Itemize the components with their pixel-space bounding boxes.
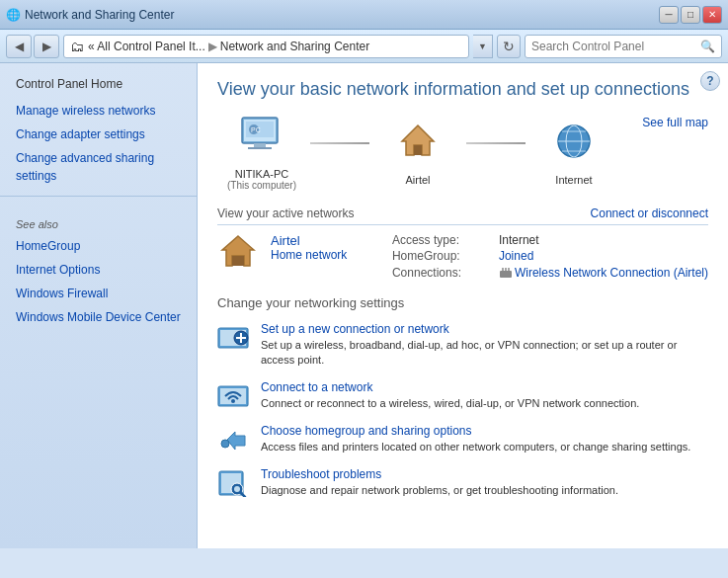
address-prefix: « All Control Panel It... xyxy=(88,40,205,53)
active-network-icon xyxy=(217,233,259,280)
setup-new-desc: Set up a wireless, broadband, dial-up, a… xyxy=(261,338,708,369)
internet-label: Internet xyxy=(555,174,592,186)
page-title: View your basic network information and … xyxy=(217,79,708,100)
connect-network-icon xyxy=(217,380,249,412)
access-type-value: Internet xyxy=(499,233,708,247)
svg-rect-15 xyxy=(232,256,244,266)
troubleshoot-icon xyxy=(217,467,249,499)
svg-line-33 xyxy=(241,493,245,497)
see-also-label: See also xyxy=(0,205,197,234)
address-bar: ◀ ▶ 🗂 « All Control Panel It... ▶ Networ… xyxy=(0,30,728,63)
refresh-button[interactable]: ↻ xyxy=(497,35,521,58)
sidebar: Control Panel Home Manage wireless netwo… xyxy=(0,63,198,548)
network-details: Access type: Internet HomeGroup: Joined … xyxy=(392,233,708,280)
troubleshoot-desc: Diagnose and repair network problems, or… xyxy=(261,483,618,498)
forward-button[interactable]: ▶ xyxy=(34,35,59,58)
sidebar-item-change-adapter[interactable]: Change adapter settings xyxy=(0,123,197,146)
nav-buttons: ◀ ▶ xyxy=(6,35,59,58)
svg-marker-28 xyxy=(227,432,245,450)
computer-node: PC NITIKA-PC (This computer) xyxy=(217,116,306,191)
sidebar-item-windows-mobile[interactable]: Windows Mobile Device Center xyxy=(0,305,197,329)
troubleshoot-content: Troubleshoot problems Diagnose and repai… xyxy=(261,467,618,499)
connect-network-item: Connect to a network Connect or reconnec… xyxy=(217,380,708,412)
connect-disconnect-link[interactable]: Connect or disconnect xyxy=(591,206,708,220)
maximize-button[interactable]: □ xyxy=(681,6,700,24)
sidebar-item-windows-firewall[interactable]: Windows Firewall xyxy=(0,282,197,305)
network-diagram: PC NITIKA-PC (This computer) Airtel xyxy=(217,116,708,191)
setup-new-icon xyxy=(217,322,249,354)
sidebar-item-change-advanced[interactable]: Change advanced sharing settings xyxy=(0,146,197,188)
close-button[interactable]: ✕ xyxy=(702,6,722,24)
computer-icon: PC xyxy=(238,116,285,164)
svg-rect-3 xyxy=(254,143,266,147)
internet-icon xyxy=(550,122,598,170)
sidebar-divider xyxy=(0,196,197,197)
svg-rect-8 xyxy=(414,145,422,155)
svg-point-27 xyxy=(231,399,235,403)
connections-value[interactable]: Wireless Network Connection (Airtel) xyxy=(499,266,708,280)
address-dropdown-button[interactable]: ▼ xyxy=(473,35,493,58)
router-label: Airtel xyxy=(405,174,430,186)
search-input[interactable] xyxy=(531,40,696,53)
network-name[interactable]: Airtel xyxy=(271,233,380,248)
homegroup-label: HomeGroup: xyxy=(392,249,491,263)
search-box[interactable]: 🔍 xyxy=(525,35,722,58)
homegroup-sharing-desc: Access files and printers located on oth… xyxy=(261,440,690,454)
search-icon: 🔍 xyxy=(700,40,715,53)
homegroup-sharing-title[interactable]: Choose homegroup and sharing options xyxy=(261,424,690,438)
address-separator: ▶ xyxy=(208,40,217,53)
setup-new-content: Set up a new connection or network Set u… xyxy=(261,322,708,369)
active-networks-title: View your active networks xyxy=(217,206,355,220)
svg-text:PC: PC xyxy=(251,126,261,133)
minimize-button[interactable]: ─ xyxy=(659,6,679,24)
back-button[interactable]: ◀ xyxy=(6,35,32,58)
access-type-label: Access type: xyxy=(392,233,491,247)
connect-network-content: Connect to a network Connect or reconnec… xyxy=(261,380,639,412)
sidebar-item-internet-options[interactable]: Internet Options xyxy=(0,258,197,282)
svg-rect-16 xyxy=(500,271,512,278)
svg-point-34 xyxy=(234,486,240,492)
connect-network-title[interactable]: Connect to a network xyxy=(261,380,639,394)
homegroup-sharing-content: Choose homegroup and sharing options Acc… xyxy=(261,424,690,455)
window-icon: 🌐 xyxy=(6,8,21,22)
svg-point-29 xyxy=(221,440,229,448)
connections-label: Connections: xyxy=(392,266,491,280)
title-bar: 🌐 Network and Sharing Center ─ □ ✕ xyxy=(0,0,728,30)
connect-network-desc: Connect or reconnect to a wireless, wire… xyxy=(261,396,639,411)
homegroup-sharing-icon xyxy=(217,424,249,455)
setup-new-connection: Set up a new connection or network Set u… xyxy=(217,322,708,369)
network-info: Airtel Home network xyxy=(271,233,380,280)
router-node: Airtel xyxy=(373,122,462,186)
help-button[interactable]: ? xyxy=(700,71,720,91)
address-icon: 🗂 xyxy=(70,39,84,54)
sidebar-item-homegroup[interactable]: HomeGroup xyxy=(0,234,197,258)
title-bar-controls: ─ □ ✕ xyxy=(659,6,722,24)
change-networking-title: Change your networking settings xyxy=(217,295,708,310)
network-line-1 xyxy=(310,142,369,144)
network-type[interactable]: Home network xyxy=(271,248,380,262)
content-area: ? View your basic network information an… xyxy=(198,63,728,548)
address-path[interactable]: 🗂 « All Control Panel It... ▶ Network an… xyxy=(63,35,469,58)
see-full-map-link[interactable]: See full map xyxy=(642,116,708,129)
troubleshoot-title[interactable]: Troubleshoot problems xyxy=(261,467,618,481)
computer-sublabel: (This computer) xyxy=(227,180,296,191)
title-bar-title: 🌐 Network and Sharing Center xyxy=(6,8,174,22)
active-networks-header: View your active networks Connect or dis… xyxy=(217,206,708,225)
homegroup-value[interactable]: Joined xyxy=(499,249,708,263)
connections-text: Wireless Network Connection (Airtel) xyxy=(515,266,708,280)
troubleshoot-item: Troubleshoot problems Diagnose and repai… xyxy=(217,467,708,499)
address-current: Network and Sharing Center xyxy=(220,40,369,53)
main-layout: Control Panel Home Manage wireless netwo… xyxy=(0,63,728,548)
router-icon xyxy=(394,122,442,170)
svg-rect-4 xyxy=(248,147,272,149)
active-network-item: Airtel Home network Access type: Interne… xyxy=(217,233,708,280)
sidebar-item-manage-wireless[interactable]: Manage wireless networks xyxy=(0,99,197,123)
homegroup-sharing-item: Choose homegroup and sharing options Acc… xyxy=(217,424,708,455)
sidebar-home-link[interactable]: Control Panel Home xyxy=(0,75,197,99)
internet-node: Internet xyxy=(529,122,618,186)
setup-new-title[interactable]: Set up a new connection or network xyxy=(261,322,708,336)
network-line-2 xyxy=(466,142,526,144)
computer-label: NITIKA-PC xyxy=(235,168,288,180)
